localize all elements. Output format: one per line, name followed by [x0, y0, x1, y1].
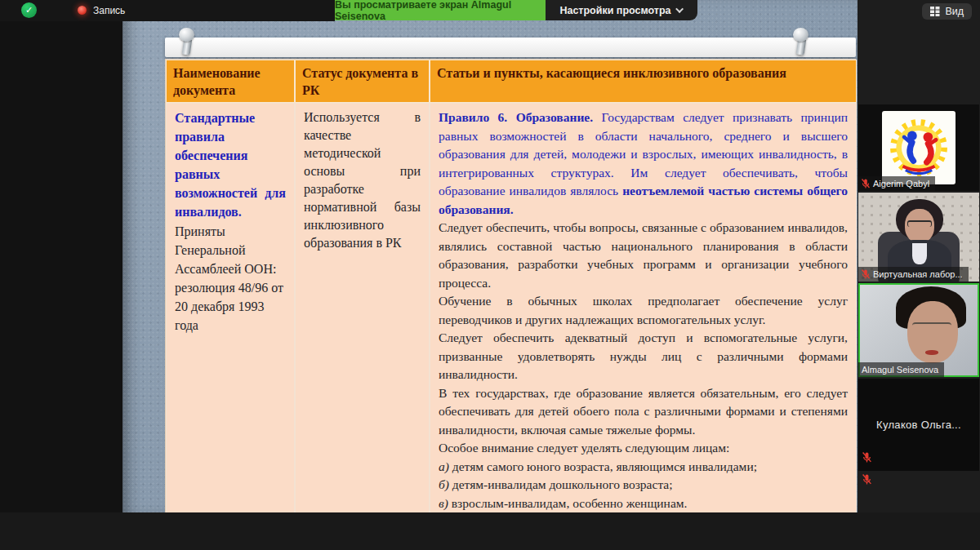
article-paragraph: Обучение в обычных школах предполагает о… — [439, 292, 848, 329]
recording-indicator: ✓ Запись — [21, 2, 125, 18]
documents-table: Наименование документа Статус документа … — [165, 59, 856, 512]
mic-muted-icon — [862, 473, 871, 488]
participant-tile-virtual-lab[interactable]: Виртуальная лабор... — [858, 193, 979, 282]
view-options-button[interactable]: Настройки просмотра — [546, 0, 697, 20]
shared-screen-slide: Наименование документа Статус документа … — [122, 0, 858, 512]
participants-panel: Aigerim Qabyl Виртуальная лабор... — [858, 0, 980, 512]
rule-paragraph: Правило 6. Образование. Государствам сле… — [439, 109, 848, 219]
article-paragraph: Особое внимание следует уделять следующи… — [439, 439, 848, 458]
recording-label: Запись — [93, 5, 125, 16]
article-list-item: б) детям-инвалидам дошкольного возраста; — [439, 476, 848, 495]
status-text: Используется в качестве методической осн… — [304, 109, 421, 252]
table-header-articles: Статьи и пункты, касающиеся инклюзивного… — [430, 60, 857, 103]
view-button[interactable]: Вид — [922, 3, 972, 20]
left-empty-area — [0, 0, 122, 512]
mic-muted-icon — [862, 179, 870, 189]
participant-name-label: Almagul Seisenova — [858, 362, 944, 377]
article-list-item: а) детям самого юного возраста, являющим… — [439, 458, 848, 477]
meeting-toolbar: Включить звук Включить видео — [0, 512, 980, 550]
participant-name-label: Aigerim Qabyl — [858, 176, 935, 191]
participant-tile-aigerim[interactable]: Aigerim Qabyl — [858, 104, 979, 191]
cell-articles: Правило 6. Образование. Государствам сле… — [430, 103, 857, 512]
pushpin-icon — [791, 28, 812, 60]
article-list-item: в) взрослым-инвалидам, особенно женщинам… — [439, 495, 848, 513]
participant-tile-kulakov[interactable]: Кулаков Ольга... — [858, 379, 979, 471]
mic-muted-icon — [862, 269, 870, 279]
cell-document-name: Стандартные правила обеспечения равных в… — [166, 103, 295, 512]
participant-name-label: Виртуальная лабор... — [858, 267, 969, 282]
article-paragraph: Следует обеспечить адекватный доступ и в… — [439, 329, 848, 384]
document-adopted-note: Приняты Генеральной Ассамблеей ООН: резо… — [175, 222, 286, 335]
mic-muted-icon — [862, 452, 871, 463]
viewing-screen-banner: Вы просматриваете экран Almagul Seisenov… — [335, 0, 546, 20]
cell-status: Используется в качестве методической осн… — [295, 103, 430, 512]
article-paragraph: Следует обеспечить, чтобы вопросы, связа… — [439, 219, 848, 292]
table-header-document-name: Наименование документа — [166, 60, 295, 103]
pushpin-icon — [176, 28, 198, 60]
document-title: Стандартные правила обеспечения равных в… — [175, 109, 286, 221]
article-paragraph: В тех государствах, где образование явля… — [439, 384, 848, 440]
table-header-status: Статус документа в РК — [295, 60, 430, 103]
security-shield-icon[interactable]: ✓ — [21, 2, 37, 18]
participant-name-label: Кулаков Ольга... — [876, 419, 961, 431]
grid-icon — [930, 7, 940, 16]
chevron-down-icon — [675, 5, 684, 13]
zoom-meeting-window: Наименование документа Статус документа … — [0, 0, 980, 550]
participant-logo — [882, 111, 956, 184]
rule-title: Правило 6. Образование. — [439, 110, 593, 124]
recording-dot-icon — [78, 6, 87, 15]
slide-top-banner — [165, 38, 856, 57]
participant-tile-almagul-active-speaker[interactable]: Almagul Seisenova — [858, 283, 979, 377]
